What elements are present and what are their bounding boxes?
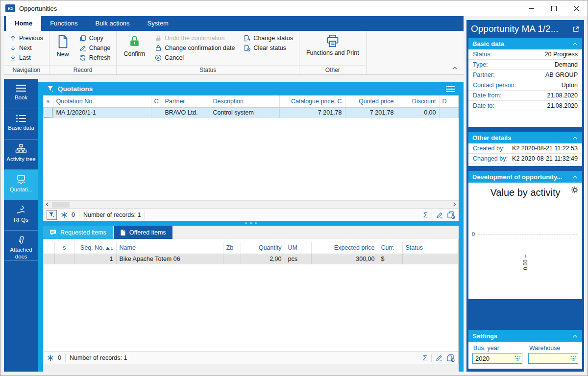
- col-quotation-no[interactable]: Quotation No.: [53, 95, 151, 107]
- other-details-header[interactable]: Other details: [468, 132, 582, 143]
- document-icon: [120, 229, 126, 236]
- chevron-left-icon: [46, 202, 49, 207]
- cell-um[interactable]: pcs: [285, 254, 311, 264]
- col-zb[interactable]: Zb: [223, 242, 241, 254]
- cell-description[interactable]: Control system: [210, 107, 279, 118]
- filter-icon[interactable]: [47, 85, 54, 93]
- sidebar-item-basic-data[interactable]: Basic data: [4, 109, 38, 140]
- cell-d[interactable]: [439, 107, 459, 118]
- previous-button[interactable]: Previous: [8, 33, 45, 43]
- tab-home[interactable]: Home: [6, 16, 41, 31]
- sidebar-item-quotations[interactable]: Quotati...: [4, 170, 38, 200]
- col-description[interactable]: Description: [210, 95, 279, 107]
- functions-and-print-button[interactable]: Functions and Print: [303, 33, 362, 57]
- collapse-chevron-icon[interactable]: [572, 42, 578, 46]
- last-button[interactable]: Last: [8, 53, 45, 63]
- sidebar-item-rfqs[interactable]: RFQs: [4, 200, 38, 231]
- col-catalogue-price[interactable]: Catalogue price, C: [279, 95, 345, 107]
- dropdown-dots-icon[interactable]: [514, 355, 521, 361]
- collapse-chevron-icon[interactable]: [572, 136, 578, 140]
- panel-splitter[interactable]: [43, 221, 459, 226]
- undo-confirmation-button[interactable]: Undo the confirmation: [153, 33, 237, 43]
- settings-header[interactable]: Settings: [468, 330, 582, 342]
- sum-button[interactable]: Σ: [423, 353, 427, 362]
- edit-button[interactable]: [436, 354, 442, 361]
- maximize-button[interactable]: [542, 0, 565, 16]
- cell-quoted-price[interactable]: 7 201,78: [345, 107, 397, 118]
- collapse-chevron-icon[interactable]: [572, 334, 578, 338]
- horizontal-scrollbar[interactable]: [43, 200, 459, 208]
- sidebar-item-attached-docs[interactable]: Attached docs: [4, 231, 38, 261]
- panel-menu-icon[interactable]: [446, 86, 455, 92]
- col-d[interactable]: D: [439, 95, 459, 107]
- dropdown-dots-icon[interactable]: [570, 355, 577, 361]
- col-curr[interactable]: Curr.: [378, 242, 402, 254]
- col-blank[interactable]: [44, 242, 54, 254]
- col-s[interactable]: s: [43, 95, 53, 107]
- collapse-chevron-icon[interactable]: [572, 175, 578, 179]
- rfq-hand-icon: [15, 205, 27, 215]
- filter-toggle-button[interactable]: [47, 210, 57, 220]
- item-row[interactable]: 1 Bike Apache Totem 06 2,00 pcs 300,00 $: [44, 254, 458, 264]
- scrollbar-thumb[interactable]: [52, 202, 70, 208]
- confirm-button[interactable]: Confirm: [121, 33, 148, 58]
- cell-name[interactable]: Bike Apache Totem 06: [116, 254, 223, 264]
- pinned-records-icon[interactable]: [61, 212, 68, 218]
- cell-c[interactable]: [151, 107, 162, 118]
- cell-discount[interactable]: 0,00: [397, 107, 439, 118]
- change-button[interactable]: Change: [77, 43, 113, 53]
- row-selector-cell[interactable]: [43, 107, 53, 118]
- ribbon-collapse-button[interactable]: [452, 63, 458, 72]
- sidebar-item-book[interactable]: Book: [4, 79, 38, 109]
- col-c[interactable]: C: [151, 95, 162, 107]
- col-expected-price[interactable]: Expected price: [311, 242, 378, 254]
- tab-system[interactable]: System: [139, 16, 177, 31]
- tab-functions[interactable]: Functions: [41, 16, 86, 31]
- cell-catalogue-price[interactable]: 7 201,78: [279, 107, 345, 118]
- open-in-window-icon[interactable]: [572, 25, 580, 33]
- copy-button[interactable]: Copy: [77, 33, 113, 43]
- cell-quantity[interactable]: 2,00: [241, 254, 285, 264]
- pinned-records-icon[interactable]: [47, 354, 54, 361]
- col-um[interactable]: UM: [285, 242, 311, 254]
- edit-button[interactable]: [436, 212, 443, 218]
- change-status-button[interactable]: Change status: [242, 33, 295, 43]
- refresh-button[interactable]: Refresh: [77, 53, 113, 63]
- chart-settings-gear-icon[interactable]: [571, 186, 579, 194]
- col-seq-no[interactable]: Seq. No.1: [74, 242, 116, 254]
- cancel-button[interactable]: Cancel: [153, 53, 237, 63]
- sum-button[interactable]: Σ: [423, 211, 428, 219]
- cell-zb[interactable]: [223, 254, 241, 264]
- tab-offered-items[interactable]: Offered items: [114, 226, 172, 239]
- tab-requested-items[interactable]: Requested items: [43, 226, 113, 239]
- cell-partner[interactable]: BRAVO Ltd.: [162, 107, 210, 118]
- chevron-up-icon: [452, 66, 458, 70]
- change-confirmation-date-button[interactable]: Change confirmation date: [153, 43, 237, 53]
- cell-expected-price[interactable]: 300,00: [311, 254, 378, 264]
- sidebar-item-activity-tree[interactable]: Activity tree: [4, 140, 38, 170]
- close-button[interactable]: [565, 0, 588, 16]
- col-name[interactable]: Name: [116, 242, 223, 254]
- quotation-row[interactable]: MA 1/2020/1-1 BRAVO Ltd. Control system …: [43, 107, 459, 118]
- new-record-grid-button[interactable]: [446, 354, 455, 362]
- col-discount[interactable]: Discount: [397, 95, 439, 107]
- col-s[interactable]: s: [54, 242, 74, 254]
- cell-quotation-no[interactable]: MA 1/2020/1-1: [53, 107, 151, 118]
- basic-data-header[interactable]: Basic data: [468, 38, 582, 49]
- col-status[interactable]: Status: [402, 242, 458, 254]
- cell-status[interactable]: [402, 254, 458, 264]
- next-button[interactable]: Next: [8, 43, 45, 53]
- scroll-left-arrow[interactable]: [43, 201, 51, 208]
- cell-curr[interactable]: $: [378, 254, 402, 264]
- clear-status-button[interactable]: Clear status: [242, 43, 295, 53]
- tab-bulk-actions[interactable]: Bulk actions: [87, 16, 139, 31]
- new-record-grid-button[interactable]: [447, 211, 455, 219]
- new-button[interactable]: New: [53, 33, 73, 59]
- cell-seq-no[interactable]: 1: [74, 254, 116, 264]
- scroll-right-arrow[interactable]: [450, 201, 459, 208]
- development-header[interactable]: Development of opportunity...: [468, 171, 582, 183]
- col-quoted-price[interactable]: Quoted price: [345, 95, 397, 107]
- minimize-button[interactable]: [520, 0, 542, 16]
- col-quantity[interactable]: Quantity: [241, 242, 285, 254]
- col-partner[interactable]: Partner: [162, 95, 210, 107]
